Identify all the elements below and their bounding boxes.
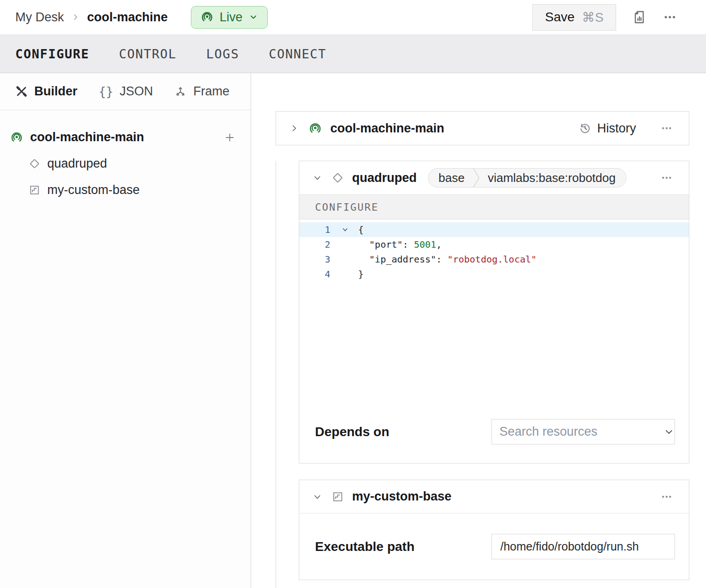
- chevron-down-icon: [663, 426, 674, 438]
- mode-tab-builder[interactable]: Builder: [15, 84, 77, 99]
- module-card-body: Executable path: [299, 513, 689, 580]
- mode-tab-label: Frame: [193, 84, 229, 99]
- machine-part-title: cool-machine-main: [330, 121, 444, 136]
- json-code-editor[interactable]: 1 { 2 "port": 5001, 3: [299, 219, 689, 416]
- depends-on-select[interactable]: [492, 419, 675, 444]
- tab-configure[interactable]: CONFIGURE: [15, 47, 89, 61]
- line-number: 1: [299, 222, 330, 237]
- component-title: quadruped: [352, 171, 417, 185]
- app-root: My Desk cool-machine Live Save ⌘S: [0, 0, 706, 588]
- history-icon: [579, 122, 592, 135]
- tab-logs[interactable]: LOGS: [206, 47, 239, 61]
- code-line: 3 "ip_address": "robotdog.local": [299, 252, 689, 267]
- header-icon-group: [629, 7, 680, 27]
- add-resource-button[interactable]: [223, 131, 237, 144]
- module-card-my-custom-base: my-custom-base Ex: [299, 480, 689, 580]
- module-icon: [29, 184, 40, 196]
- line-number: 2: [299, 237, 330, 252]
- live-status-label: Live: [220, 10, 243, 25]
- tab-connect[interactable]: CONNECT: [269, 47, 326, 61]
- machine-part-card-header: cool-machine-main History: [276, 112, 689, 145]
- history-button[interactable]: History: [579, 121, 636, 136]
- code-line: 1 {: [299, 222, 689, 237]
- collapse-chevron-down-icon[interactable]: [311, 491, 323, 503]
- config-panel: cool-machine-main History: [251, 73, 706, 588]
- save-button[interactable]: Save ⌘S: [532, 4, 616, 31]
- badge-model: viamlabs:base:robotdog: [488, 171, 616, 185]
- builder-tools-icon: [15, 85, 28, 98]
- tree-item-component[interactable]: quadruped: [0, 150, 251, 177]
- line-number: 3: [299, 252, 330, 267]
- configure-section-label: CONFIGURE: [299, 194, 689, 219]
- tree-item-label: quadruped: [47, 156, 107, 171]
- machine-part-card: cool-machine-main History: [276, 111, 689, 145]
- ellipsis-icon: [661, 172, 673, 184]
- depends-on-row: Depends on: [299, 416, 689, 463]
- module-menu-button[interactable]: [656, 487, 677, 507]
- breadcrumb-chevron-icon: [71, 13, 80, 21]
- depends-on-search-input[interactable]: [499, 425, 663, 439]
- module-title: my-custom-base: [352, 489, 452, 504]
- module-card-header: my-custom-base: [299, 480, 689, 513]
- resource-tree: cool-machine-main quadruped: [0, 110, 251, 203]
- code-line: 4 }: [299, 267, 689, 281]
- chevron-down-icon: [249, 13, 258, 22]
- frame-axes-icon: [174, 85, 187, 98]
- braces-icon: {}: [99, 85, 113, 99]
- executable-path-input[interactable]: [492, 534, 675, 559]
- tree-item-label: cool-machine-main: [30, 130, 144, 144]
- diamond-icon: [332, 172, 344, 184]
- component-type-badge: base viamlabs:base:robotdog: [428, 168, 626, 188]
- badge-type: base: [439, 171, 465, 185]
- breadcrumb-machine-name: cool-machine: [87, 10, 168, 25]
- broadcast-icon: [309, 122, 322, 135]
- expand-chevron-right-icon[interactable]: [288, 122, 300, 134]
- tree-item-label: my-custom-base: [47, 183, 140, 197]
- mode-tab-frame[interactable]: Frame: [174, 84, 229, 99]
- line-number: 4: [299, 267, 330, 281]
- diamond-icon: [29, 158, 40, 169]
- code-line: 2 "port": 5001,: [299, 237, 689, 252]
- executable-path-label: Executable path: [315, 539, 415, 554]
- config-sidebar: Builder {} JSON Frame: [0, 73, 251, 588]
- breadcrumb: My Desk cool-machine: [15, 10, 168, 25]
- tab-control[interactable]: CONTROL: [119, 47, 176, 61]
- depends-on-label: Depends on: [315, 425, 389, 439]
- mode-tab-label: JSON: [120, 84, 153, 99]
- history-label: History: [597, 121, 636, 136]
- sidebar-mode-tabs: Builder {} JSON Frame: [0, 73, 251, 110]
- component-card-quadruped: quadruped base viamlabs:base:robotdog: [299, 161, 689, 463]
- header-menu-button[interactable]: [660, 7, 680, 27]
- fold-chevron-icon[interactable]: [330, 222, 358, 237]
- component-card-header: quadruped base viamlabs:base:robotdog: [299, 161, 689, 194]
- badge-chevron-separator-icon: [473, 168, 479, 188]
- ellipsis-icon: [661, 491, 673, 503]
- broadcast-icon: [10, 131, 23, 144]
- ellipsis-icon: [663, 10, 677, 24]
- ellipsis-icon: [661, 122, 673, 134]
- file-chart-icon: [631, 9, 647, 25]
- content-area: Builder {} JSON Frame: [0, 73, 706, 588]
- top-header: My Desk cool-machine Live Save ⌘S: [0, 0, 706, 35]
- breadcrumb-location-link[interactable]: My Desk: [15, 10, 64, 25]
- collapse-chevron-down-icon[interactable]: [311, 172, 323, 184]
- save-label: Save: [545, 10, 574, 25]
- machine-metrics-button[interactable]: [629, 7, 649, 27]
- tree-item-machine-part[interactable]: cool-machine-main: [0, 124, 251, 150]
- tree-item-module[interactable]: my-custom-base: [0, 177, 251, 203]
- broadcast-icon: [201, 11, 214, 24]
- main-tabbar: CONFIGURE CONTROL LOGS CONNECT: [0, 35, 706, 73]
- save-shortcut: ⌘S: [582, 10, 604, 25]
- nested-resources: quadruped base viamlabs:base:robotdog: [276, 161, 689, 588]
- module-icon: [332, 491, 344, 503]
- component-menu-button[interactable]: [656, 168, 677, 188]
- machine-part-menu-button[interactable]: [656, 118, 677, 138]
- mode-tab-label: Builder: [34, 84, 77, 99]
- mode-tab-json[interactable]: {} JSON: [99, 84, 153, 99]
- live-status-dropdown[interactable]: Live: [191, 6, 268, 29]
